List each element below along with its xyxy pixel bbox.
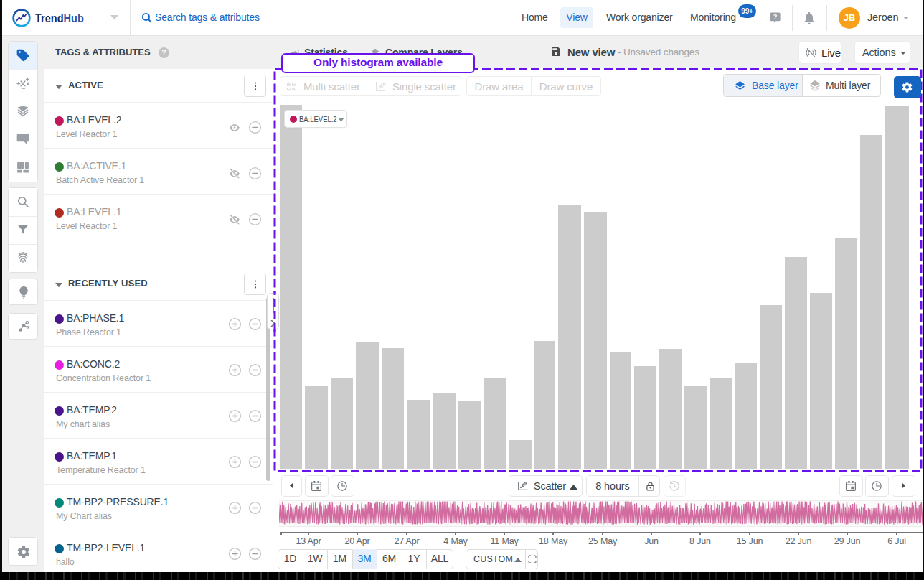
svg-text:?: ?: [773, 13, 777, 20]
